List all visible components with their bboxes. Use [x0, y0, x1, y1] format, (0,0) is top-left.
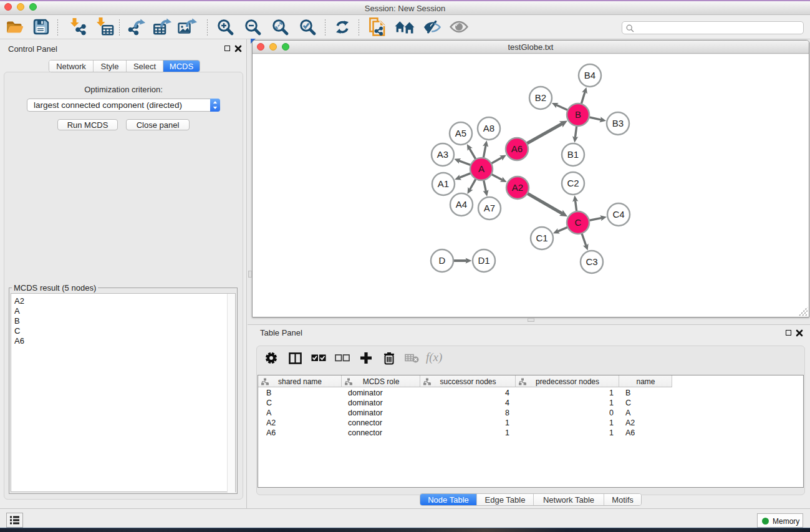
svg-text:A1: A1 — [438, 178, 449, 189]
svg-text:C2: C2 — [567, 178, 579, 188]
svg-text:C4: C4 — [612, 209, 624, 220]
svg-text:D: D — [439, 255, 446, 266]
svg-text:C1: C1 — [536, 233, 547, 243]
svg-text:B: B — [575, 109, 581, 120]
svg-text:A6: A6 — [511, 143, 523, 154]
svg-text:A2: A2 — [512, 182, 523, 193]
svg-text:B1: B1 — [567, 149, 579, 160]
svg-text:C3: C3 — [586, 256, 597, 267]
svg-text:B3: B3 — [612, 118, 624, 128]
svg-text:B2: B2 — [535, 92, 546, 103]
svg-text:D1: D1 — [478, 255, 489, 266]
svg-text:A5: A5 — [455, 128, 466, 138]
svg-text:C: C — [575, 217, 582, 228]
svg-text:A: A — [478, 163, 485, 174]
svg-text:A3: A3 — [437, 149, 448, 160]
svg-text:B4: B4 — [584, 70, 595, 80]
svg-text:A7: A7 — [484, 203, 495, 213]
svg-text:A8: A8 — [483, 123, 494, 133]
svg-text:A4: A4 — [456, 199, 467, 210]
